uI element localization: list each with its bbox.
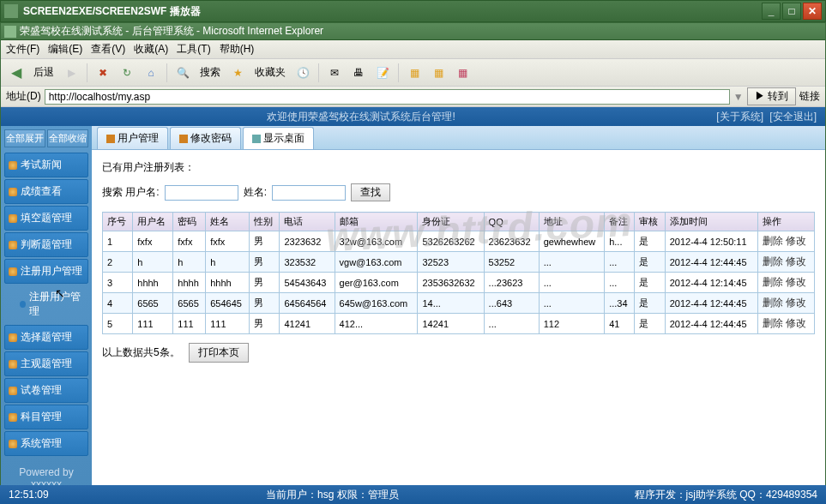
expand-all-button[interactable]: 全部展开 bbox=[4, 129, 45, 147]
extra-button-1[interactable]: ▦ bbox=[404, 63, 425, 83]
tab-change-pwd[interactable]: 修改密码 bbox=[170, 127, 241, 149]
table-cell: 男 bbox=[250, 293, 280, 314]
search-button[interactable]: 查找 bbox=[351, 183, 390, 201]
player-titlebar: SCREEN2EXE/SCREEN2SWF 播放器 _ □ ✕ bbox=[0, 0, 826, 22]
table-cell: h bbox=[133, 252, 173, 273]
status-user: 当前用户：hsg 权限：管理员 bbox=[94, 488, 635, 502]
page-body: 全部展开 全部收缩 考试新闻 成绩查看 填空题管理 判断题管理 注册用户管理 注… bbox=[1, 126, 825, 503]
home-button[interactable]: ⌂ bbox=[141, 63, 161, 83]
ie-title-text: 荣盛驾校在线测试系统 - 后台管理系统 - Microsoft Internet… bbox=[20, 24, 323, 39]
refresh-button[interactable]: ↻ bbox=[117, 63, 137, 83]
table-cell: 是 bbox=[635, 314, 665, 334]
extra-button-2[interactable]: ▦ bbox=[428, 63, 449, 83]
delete-link[interactable]: 删除 bbox=[763, 317, 783, 329]
table-cell: 23623632 bbox=[484, 231, 539, 252]
edit-link[interactable]: 修改 bbox=[786, 235, 806, 247]
user-table: 序号用户名密码姓名性别电话邮箱身份证QQ地址备注审核添加时间操作 1fxfxfx… bbox=[102, 212, 815, 334]
folder-icon bbox=[9, 241, 17, 249]
edit-link[interactable]: 修改 bbox=[786, 255, 806, 267]
table-cell: 645w@163.com bbox=[335, 293, 418, 314]
minimize-button[interactable]: _ bbox=[762, 3, 781, 20]
menu-view[interactable]: 查看(V) bbox=[91, 42, 125, 57]
table-cell: 41 bbox=[605, 314, 635, 334]
collapse-all-button[interactable]: 全部收缩 bbox=[47, 129, 88, 147]
back-button[interactable]: ◀ bbox=[6, 63, 27, 83]
sidebar-item-system[interactable]: 系统管理 bbox=[4, 431, 88, 456]
table-cell: h... bbox=[605, 231, 635, 252]
menu-file[interactable]: 文件(F) bbox=[6, 42, 39, 57]
table-cell: 2012-4-4 12:14:45 bbox=[665, 273, 757, 293]
folder-icon bbox=[9, 333, 17, 342]
about-link[interactable]: [关于系统] bbox=[716, 111, 763, 123]
extra-button-3[interactable]: ▦ bbox=[452, 63, 473, 83]
table-cell: fxfx bbox=[133, 231, 173, 252]
sidebar-item-choice[interactable]: 选择题管理 bbox=[4, 325, 88, 350]
table-cell: 2012-4-4 12:44:45 bbox=[665, 293, 757, 314]
menu-tools[interactable]: 工具(T) bbox=[177, 42, 210, 57]
edit-button[interactable]: 📝 bbox=[372, 63, 393, 83]
logout-link[interactable]: [安全退出] bbox=[769, 111, 817, 123]
search-icon[interactable]: 🔍 bbox=[172, 63, 193, 83]
menu-help[interactable]: 帮助(H) bbox=[220, 42, 255, 57]
table-header: 身份证 bbox=[418, 213, 484, 231]
ie-addressbar: 地址(D) ▼ ▶ 转到 链接 bbox=[1, 87, 825, 107]
print-button[interactable]: 打印本页 bbox=[189, 343, 249, 363]
sidebar-item-exam[interactable]: 试卷管理 bbox=[4, 378, 88, 403]
table-cell: 男 bbox=[250, 252, 280, 273]
table-cell: ger@163.com bbox=[335, 273, 418, 293]
sidebar-subitem-reguser[interactable]: 注册用户管理 bbox=[4, 285, 88, 323]
table-header: 电话 bbox=[280, 213, 335, 231]
table-cell: 323532 bbox=[280, 252, 335, 273]
links-label[interactable]: 链接 bbox=[799, 89, 820, 104]
history-button[interactable]: 🕓 bbox=[292, 63, 313, 83]
forward-button[interactable]: ▶ bbox=[61, 63, 81, 83]
favorites-label[interactable]: 收藏夹 bbox=[251, 65, 289, 80]
go-button[interactable]: ▶ 转到 bbox=[747, 87, 796, 105]
table-cell: 5 bbox=[103, 314, 133, 334]
table-cell: ... bbox=[605, 273, 635, 293]
sidebar-item-news[interactable]: 考试新闻 bbox=[4, 153, 88, 177]
sidebar: 全部展开 全部收缩 考试新闻 成绩查看 填空题管理 判断题管理 注册用户管理 注… bbox=[1, 126, 92, 503]
delete-link[interactable]: 删除 bbox=[763, 235, 783, 247]
tab-show-desktop[interactable]: 显示桌面 bbox=[243, 127, 314, 149]
menu-favorites[interactable]: 收藏(A) bbox=[134, 42, 168, 57]
search-name-label: 姓名: bbox=[244, 185, 267, 200]
back-label[interactable]: 后退 bbox=[30, 65, 57, 80]
table-header: 密码 bbox=[173, 213, 206, 231]
delete-link[interactable]: 删除 bbox=[763, 297, 783, 309]
menu-edit[interactable]: 编辑(E) bbox=[48, 42, 82, 57]
sidebar-item-subject[interactable]: 科目管理 bbox=[4, 405, 88, 429]
close-button[interactable]: ✕ bbox=[803, 3, 822, 20]
edit-link[interactable]: 修改 bbox=[786, 317, 806, 329]
search-username-input[interactable] bbox=[165, 185, 238, 201]
delete-link[interactable]: 删除 bbox=[763, 276, 783, 288]
sidebar-item-subjective[interactable]: 主观题管理 bbox=[4, 351, 88, 376]
table-cell: 32w@163.com bbox=[335, 231, 418, 252]
sidebar-item-scores[interactable]: 成绩查看 bbox=[4, 179, 88, 204]
maximize-button[interactable]: □ bbox=[782, 3, 801, 20]
folder-icon bbox=[9, 214, 17, 223]
mail-button[interactable]: ✉ bbox=[324, 63, 345, 83]
delete-link[interactable]: 删除 bbox=[763, 255, 783, 267]
list-label: 已有用户注册列表： bbox=[102, 160, 815, 175]
stop-button[interactable]: ✖ bbox=[93, 63, 113, 83]
table-row: 1fxfxfxfxfxfx男232363232w@163.com53262632… bbox=[103, 231, 815, 252]
sidebar-item-judge[interactable]: 判断题管理 bbox=[4, 232, 88, 257]
ie-window: 荣盛驾校在线测试系统 - 后台管理系统 - Microsoft Internet… bbox=[0, 22, 826, 504]
print-button[interactable]: 🖶 bbox=[348, 63, 369, 83]
table-cell: hhhh bbox=[133, 273, 173, 293]
folder-icon bbox=[9, 161, 17, 170]
sidebar-item-reguser[interactable]: 注册用户管理 bbox=[4, 259, 88, 284]
favorites-icon[interactable]: ★ bbox=[227, 63, 248, 83]
search-label[interactable]: 搜索 bbox=[196, 65, 224, 80]
table-row: 3hhhhhhhhhhhh男54543643ger@163.com2353632… bbox=[103, 273, 815, 293]
table-cell: 53252 bbox=[484, 252, 539, 273]
sidebar-item-fillblank[interactable]: 填空题管理 bbox=[4, 206, 88, 231]
edit-link[interactable]: 修改 bbox=[786, 297, 806, 309]
ie-toolbar: ◀ 后退 ▶ ✖ ↻ ⌂ 🔍 搜索 ★ 收藏夹 🕓 ✉ 🖶 📝 ▦ ▦ ▦ bbox=[1, 59, 825, 87]
address-input[interactable] bbox=[45, 89, 730, 105]
edit-link[interactable]: 修改 bbox=[786, 276, 806, 288]
table-cell: 412... bbox=[335, 314, 418, 334]
search-name-input[interactable] bbox=[272, 185, 346, 201]
tab-user-mgmt[interactable]: 用户管理 bbox=[97, 127, 168, 149]
